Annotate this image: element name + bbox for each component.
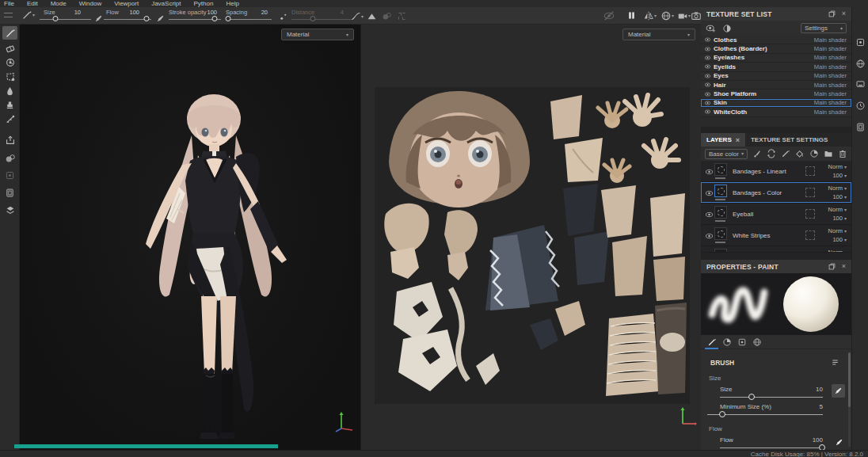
toolbar-drag-handle[interactable] xyxy=(4,13,13,17)
display-settings-icon[interactable] xyxy=(855,37,866,48)
layer-row-partial[interactable]: Norm ▾ xyxy=(701,246,851,253)
symmetry-icon[interactable]: ▾ xyxy=(643,10,657,21)
projection-tool-icon[interactable] xyxy=(2,55,17,69)
menu-help[interactable]: Help xyxy=(219,0,245,7)
show-all-sets-icon[interactable] xyxy=(706,23,716,33)
add-smart-material-icon[interactable] xyxy=(767,149,776,158)
texture-set-row[interactable]: EyesMain shader xyxy=(701,72,851,81)
prop-size-value[interactable]: 10 xyxy=(804,386,823,393)
prop-flow-value[interactable]: 100 xyxy=(804,436,823,444)
min-size-value[interactable]: 5 xyxy=(804,403,823,410)
channel-thumbnail[interactable] xyxy=(805,209,815,219)
shader-link[interactable]: Main shader xyxy=(814,109,847,116)
layer-visibility-icon[interactable] xyxy=(705,210,714,219)
menu-window[interactable]: Window xyxy=(73,0,108,7)
texture-set-row-selected[interactable]: SkinMain shader xyxy=(701,99,851,108)
float-panel-icon[interactable] xyxy=(828,262,836,271)
shader-link[interactable]: Main shader xyxy=(814,45,847,52)
texture-set-row[interactable]: EyelashesMain shader xyxy=(701,54,851,63)
shader-link[interactable]: Main shader xyxy=(814,63,847,70)
spacing-value[interactable]: 20 xyxy=(252,9,268,16)
menu-python[interactable]: Python xyxy=(188,0,220,7)
layer-opacity[interactable]: 100 ▾ xyxy=(832,172,847,179)
float-panel-icon[interactable] xyxy=(828,10,836,18)
layer-thumbnail[interactable] xyxy=(714,206,727,219)
layer-row-selected[interactable]: Bandages - Color Norm ▾ 100 ▾ xyxy=(701,182,851,204)
size-pressure-button[interactable] xyxy=(832,384,845,398)
shader-link[interactable]: Main shader xyxy=(814,54,847,61)
smudge-tool-icon[interactable] xyxy=(2,84,17,97)
texture-set-row[interactable]: WhiteClothMain shader xyxy=(701,108,851,116)
menu-viewport[interactable]: Viewport xyxy=(108,0,145,7)
menu-edit[interactable]: Edit xyxy=(21,0,44,7)
size-slider[interactable] xyxy=(40,16,91,23)
prop-size-slider[interactable] xyxy=(720,394,823,401)
layer-thumbnail[interactable] xyxy=(714,185,727,197)
menu-javascript[interactable]: JavaScript xyxy=(145,0,187,7)
size-pressure-icon[interactable] xyxy=(94,14,103,23)
texture-set-settings-select[interactable]: Settings▾ xyxy=(801,23,847,33)
stroke-opacity-slider[interactable] xyxy=(169,16,221,23)
texture-set-row[interactable]: ClothesMain shader xyxy=(701,36,851,44)
eraser-tool-icon[interactable] xyxy=(2,41,17,55)
brush-preset-icon[interactable]: ▾ xyxy=(21,10,35,21)
add-mask-icon[interactable] xyxy=(809,149,819,158)
hide-stroke-preview-icon[interactable] xyxy=(603,10,615,21)
close-panel-icon[interactable]: × xyxy=(842,10,846,17)
layer-visibility-icon[interactable] xyxy=(705,189,714,197)
add-folder-icon[interactable] xyxy=(824,149,833,158)
camera-mode-icon[interactable]: ▾ xyxy=(677,10,691,21)
shader-link[interactable]: Main shader xyxy=(814,99,847,106)
build-up-icon[interactable] xyxy=(279,12,288,21)
layer-row[interactable]: Eyeball Norm ▾ 100 ▾ xyxy=(701,204,851,225)
environment-icon[interactable]: ▾ xyxy=(661,10,674,21)
solo-set-icon[interactable] xyxy=(722,24,732,33)
layer-opacity[interactable]: 100 ▾ xyxy=(832,215,847,222)
flow-value[interactable]: 100 xyxy=(124,9,139,16)
tab-texture-set-settings[interactable]: TEXTURE SET SETTINGS xyxy=(745,133,833,147)
texture-set-row[interactable]: Clothes (Boarder)Main shader xyxy=(701,44,851,53)
resources-updater-icon[interactable] xyxy=(2,186,17,200)
channel-thumbnail[interactable] xyxy=(805,188,815,197)
clone-tool-icon[interactable] xyxy=(2,98,17,112)
viewer-settings-icon[interactable] xyxy=(855,79,866,89)
texture-set-row[interactable]: HairMain shader xyxy=(701,81,851,89)
shader-link[interactable]: Main shader xyxy=(814,36,847,44)
flow-pressure-icon[interactable] xyxy=(835,438,843,447)
flow-pressure-icon[interactable] xyxy=(156,14,165,23)
tab-layers[interactable]: LAYERS× xyxy=(701,133,745,147)
layer-opacity[interactable]: 100 ▾ xyxy=(832,193,847,200)
texture-set-row[interactable]: Shoe PlatformMain shader xyxy=(701,89,851,98)
min-size-slider[interactable] xyxy=(707,411,823,418)
stroke-opacity-value[interactable]: 100 xyxy=(200,9,217,16)
layer-row[interactable]: White Stripes Norm ▾ 100 ▾ xyxy=(701,225,851,246)
alpha-icon[interactable] xyxy=(367,11,377,21)
brush-menu-icon[interactable] xyxy=(830,357,840,368)
viewport-3d-display-select[interactable]: Material▾ xyxy=(281,29,354,40)
display-mask-icon[interactable] xyxy=(2,203,17,216)
screenshot-icon[interactable] xyxy=(691,10,702,21)
size-value[interactable]: 10 xyxy=(65,9,81,16)
export-textures-icon[interactable] xyxy=(2,133,17,147)
shader-link[interactable]: Main shader xyxy=(814,72,847,79)
pause-engine-icon[interactable] xyxy=(626,10,637,21)
viewport-3d[interactable]: Material▾ xyxy=(20,25,360,450)
shader-settings-icon[interactable] xyxy=(855,59,866,69)
add-effect-icon[interactable] xyxy=(752,149,762,158)
viewport-2d[interactable]: Material▾ xyxy=(360,25,701,450)
close-panel-icon[interactable]: × xyxy=(842,263,846,270)
channel-thumbnail[interactable] xyxy=(805,166,815,176)
layer-thumbnail[interactable] xyxy=(714,227,727,240)
tab-alpha[interactable] xyxy=(719,336,734,348)
history-icon[interactable] xyxy=(855,101,866,111)
layer-opacity[interactable]: 100 ▾ xyxy=(832,236,847,243)
blend-mode-select[interactable]: Norm ▾ xyxy=(828,227,847,234)
log-icon[interactable] xyxy=(855,122,866,132)
shader-link[interactable]: Main shader xyxy=(814,90,847,97)
paint-tool-icon[interactable] xyxy=(2,26,17,40)
blend-mode-select[interactable]: Norm ▾ xyxy=(828,206,847,213)
properties-scrollbar[interactable] xyxy=(848,352,851,447)
blend-mode-select[interactable]: Norm ▾ xyxy=(828,185,847,192)
shader-link[interactable]: Main shader xyxy=(814,82,847,89)
polygon-fill-tool-icon[interactable] xyxy=(2,70,17,83)
